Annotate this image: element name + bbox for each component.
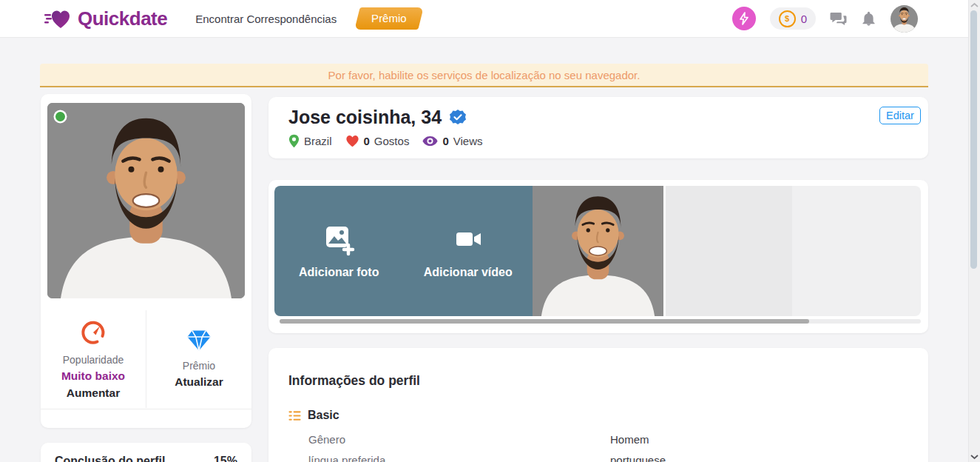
brand-logo[interactable]: Quickdate xyxy=(44,7,167,30)
page-scrollbar-thumb[interactable] xyxy=(970,10,977,269)
profile-meta-row: Brazil 0 Gostos 0 Views xyxy=(288,134,928,148)
popularity-level: Muito baixo xyxy=(61,369,125,383)
premium-ribbon-label: Prêmio xyxy=(371,12,407,24)
card-divider xyxy=(41,409,251,409)
likes-label: Gostos xyxy=(374,135,410,147)
info-row-value: Homem xyxy=(610,433,928,446)
add-photo-button[interactable]: Adicionar foto xyxy=(274,186,404,316)
gallery-scrollbar-thumb[interactable] xyxy=(280,319,809,324)
topbar-actions: $ 0 xyxy=(732,0,918,37)
profile-stats: Popularidade Muito baixo Aumentar Prêmio… xyxy=(41,310,251,408)
basic-section-title: Basic xyxy=(308,409,339,422)
gallery-photo-image xyxy=(533,186,663,316)
list-icon xyxy=(288,410,301,421)
media-strip: Adicionar foto Adicionar vídeo xyxy=(274,186,921,316)
completion-percentage: 15% xyxy=(214,455,237,462)
completion-title: Conclusão do perfil xyxy=(55,455,165,462)
edit-profile-button[interactable]: Editar xyxy=(879,107,921,124)
add-photo-label: Adicionar foto xyxy=(299,266,379,279)
heart-logo-icon xyxy=(44,7,71,30)
page-scrollbar[interactable] xyxy=(968,0,980,462)
avatar-photo xyxy=(891,5,918,33)
location-meta: Brazil xyxy=(288,134,332,148)
info-card-title: Informações do perfil xyxy=(288,373,928,389)
views-label: Views xyxy=(453,135,483,147)
location-label: Brazil xyxy=(304,135,332,147)
info-row-label: língua preferida xyxy=(308,454,610,462)
eye-icon xyxy=(422,135,438,147)
map-pin-icon xyxy=(288,134,300,148)
brand-name: Quickdate xyxy=(78,7,167,30)
heart-icon xyxy=(345,135,359,147)
boost-button[interactable] xyxy=(732,7,756,30)
popularity-title: Popularidade xyxy=(63,354,124,366)
premium-title: Prêmio xyxy=(183,360,215,372)
online-status-dot xyxy=(55,112,65,121)
nav-find-matches[interactable]: Encontrar Correspondências xyxy=(195,13,337,25)
location-warning-text: Por favor, habilite os serviços de local… xyxy=(328,69,641,81)
popularity-stat[interactable]: Popularidade Muito baixo Aumentar xyxy=(41,310,146,408)
scrollbar-up-arrow[interactable] xyxy=(970,2,979,8)
profile-main-photo[interactable] xyxy=(47,103,245,298)
chat-bubbles-icon xyxy=(830,11,847,27)
likes-meta: 0 Gostos xyxy=(345,135,410,147)
basic-section-header: Basic xyxy=(288,409,928,422)
views-meta: 0 Views xyxy=(422,135,482,147)
location-warning-banner: Por favor, habilite os serviços de local… xyxy=(40,64,928,87)
info-row-label: Gênero xyxy=(308,433,610,446)
popularity-increase-link[interactable]: Aumentar xyxy=(67,386,120,400)
coin-icon: $ xyxy=(779,10,796,27)
premium-stat[interactable]: Prêmio Atualizar xyxy=(146,310,251,408)
image-plus-icon xyxy=(322,224,356,256)
messages-button[interactable] xyxy=(830,11,847,27)
bell-icon xyxy=(861,10,876,27)
profile-photo-card: Popularidade Muito baixo Aumentar Prêmio… xyxy=(41,94,251,428)
user-avatar[interactable] xyxy=(891,5,918,33)
quickdate-profile-page: Quickdate Encontrar Correspondências Prê… xyxy=(0,0,980,462)
premium-ribbon-badge[interactable]: Prêmio xyxy=(354,7,423,30)
notifications-button[interactable] xyxy=(861,10,876,27)
wallet-count: 0 xyxy=(801,13,807,25)
add-video-label: Adicionar vídeo xyxy=(424,266,513,279)
lightning-icon xyxy=(738,12,750,25)
diamond-icon xyxy=(186,329,212,352)
gallery-scrollbar-track[interactable] xyxy=(280,319,921,324)
top-navigation-bar: Quickdate Encontrar Correspondências Prê… xyxy=(0,0,980,38)
verified-badge-icon xyxy=(449,109,467,127)
profile-completion-card: Conclusão do perfil 15% xyxy=(41,443,251,462)
gauge-icon xyxy=(80,319,107,346)
likes-count: 0 xyxy=(364,135,370,147)
profile-name-age: Jose coisinha, 34 xyxy=(288,107,442,128)
wallet-balance[interactable]: $ 0 xyxy=(770,7,816,30)
profile-info-card: Informações do perfil Basic Gênero Homem… xyxy=(268,348,928,462)
views-count: 0 xyxy=(442,135,448,147)
premium-upgrade-link[interactable]: Atualizar xyxy=(175,375,223,389)
profile-header-card: Jose coisinha, 34 Brazil xyxy=(268,97,928,158)
scrollbar-down-arrow[interactable] xyxy=(970,454,979,460)
basic-info-grid: Gênero Homem língua preferida portuguese xyxy=(308,433,928,462)
media-upload-panel: Adicionar foto Adicionar vídeo xyxy=(274,186,533,316)
add-video-button[interactable]: Adicionar vídeo xyxy=(404,186,533,316)
media-card: Adicionar foto Adicionar vídeo xyxy=(268,180,928,333)
video-camera-icon xyxy=(451,224,485,256)
gallery-placeholder-2 xyxy=(792,186,921,316)
gallery-placeholder-1 xyxy=(666,186,792,316)
info-row-value: portuguese xyxy=(610,454,928,462)
profile-photo-image xyxy=(47,103,245,298)
gallery-photo-thumbnail[interactable] xyxy=(533,186,663,316)
